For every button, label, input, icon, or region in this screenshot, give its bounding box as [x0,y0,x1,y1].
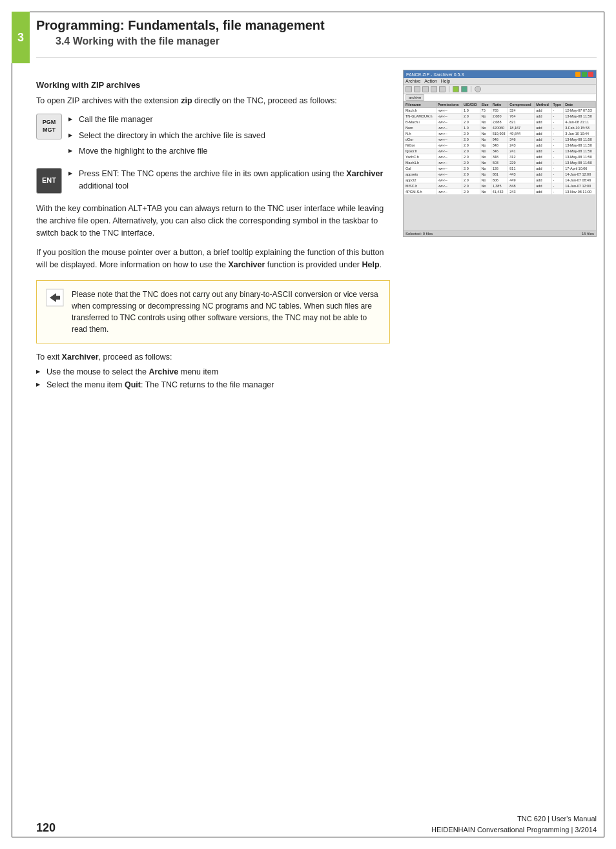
footer-line1: TNC 620 | User's Manual [431,813,597,824]
exit-section: To exit Xarchiver, proceed as follows: U… [36,353,390,391]
ss-table-cell: 14-Jun-07 12:00 [564,183,596,189]
step-3: Move the highlight to the archive file [68,145,390,158]
ss-table-cell: 241 [508,148,535,154]
ss-table-cell: -rw-r-- [436,183,462,189]
ss-statusbar: Selected: 0 files 15 files [404,230,596,236]
ss-table-row: Num-rw-r--1.0No42006018,167add-3-Feb-10 … [404,125,596,131]
ss-file-table: Filename Permissions UID/GID Size Ratio … [404,101,596,195]
ss-table-row: appct2-rw-r--2.0No806449add-14-Jun-07 08… [404,178,596,183]
ss-table-cell: 420060 [491,125,508,131]
ss-col-date: Date [564,102,596,108]
ss-table-cell: No [480,172,491,178]
ss-table-cell: 765 [491,108,508,114]
ss-table-cell: Mach1.h [404,160,436,166]
ss-table-cell: - [551,108,564,114]
ss-table-cell: add [535,137,551,143]
ss-table-cell: 443 [508,172,535,178]
ss-table-cell: 13-May-08 11:50 [564,160,596,166]
ss-menu-help: Help [441,79,450,83]
ss-tb-btn-5 [439,86,446,92]
ss-file-count: 15 files [582,232,594,236]
ss-table-cell: -rw-r-- [436,125,462,131]
ss-col-filename: Filename [404,102,436,108]
ss-table-cell: No [480,143,491,148]
ss-table-cell: 2.0 [462,172,480,178]
ss-table-cell: 346 [508,137,535,143]
page-number: 120 [36,821,56,835]
ss-table-cell: No [480,119,491,125]
ss-table-row: 4PGM-S.h-rw-r--2.0No41,432243add-13-Nov-… [404,189,596,195]
ss-table-cell: add [535,183,551,189]
ss-col-ratio: Ratio [491,102,508,108]
ss-table-cell: 2.0 [462,160,480,166]
ss-table-cell: 41,432 [491,189,508,195]
ss-table-cell: 4-Jun-08 21:11 [564,119,596,125]
right-column: FANCE.ZIP - Xarchiver 0.5.3 Archive Acti… [403,70,597,391]
ss-table-cell: 14-Jun-07 08:46 [564,178,596,183]
ss-table-cell: 503 [491,160,508,166]
ss-table-cell: No [480,183,491,189]
exit-list: Use the mouse to select the Archive menu… [36,365,390,391]
note-box: Please note that the TNC does not carry … [36,280,390,343]
ss-table-cell: fgGor.h [404,148,436,154]
ss-table-cell: N.h [404,131,436,137]
ss-table-cell: add [535,131,551,137]
ss-table-cell: 13-May-08 11:50 [564,143,596,148]
ss-col-method: Method [535,102,551,108]
ss-table-row: TN-GLAMOUR.h-rw-r--2.0No2,680764add-13-M… [404,114,596,119]
ss-table-cell: - [551,137,564,143]
ss-table-cell: No [480,178,491,183]
ss-window-controls [575,72,593,77]
ss-table-cell: No [480,125,491,131]
steps-list-1: Call the file manager Select the directo… [68,114,390,161]
ss-table-cell: 3-Feb-10 15:53 [564,125,596,131]
ss-tb-btn-2 [414,86,420,92]
ss-table-row: Mach1.h-rw-r--2.0No503229add-13-May-08 1… [404,160,596,166]
ss-table-cell: appct2 [404,178,436,183]
ss-tb-btn-1 [406,86,412,92]
ss-menu-archive: Archive [406,79,420,83]
ss-table-cell: 946 [491,137,508,143]
ss-table-cell: 1,385 [491,183,508,189]
ss-table-row: MISC.h-rw-r--2.0No1,385848add-14-Jun-07 … [404,183,596,189]
ss-title: FANCE.ZIP - Xarchiver 0.5.3 [406,72,464,77]
ss-path-bar: archive [404,94,596,101]
ss-table-cell: 229 [508,160,535,166]
ss-table-cell: 126 [491,166,508,172]
ss-table-row: Gal-rw-r--2.0No126811add-17-April 10:06 [404,166,596,172]
ss-table-cell: - [551,160,564,166]
page-header: Programming: Fundamentals, file manageme… [36,18,597,51]
ss-table-cell: 49,644 [508,131,535,137]
ss-table-cell: No [480,160,491,166]
ss-table-cell: 2.0 [462,178,480,183]
ss-table-row: dGor-rw-r--2.0No946346add-13-May-08 11:5… [404,137,596,143]
ss-table-cell: 2.0 [462,119,480,125]
ss-table-cell: 2,688 [491,119,508,125]
ss-table-row: fgGor.h-rw-r--2.0No346241add-13-May-08 1… [404,148,596,154]
ss-content-area: Filename Permissions UID/GID Size Ratio … [404,101,596,230]
chapter-number: 3 [17,31,24,45]
ss-table-cell: 811 [508,166,535,172]
ss-table-cell: No [480,154,491,160]
ss-tb-btn-4 [431,86,437,92]
ss-table-cell: 243 [508,143,535,148]
ss-table-cell: 861 [491,172,508,178]
steps-list-2: Press ENT: The TNC opens the archive fil… [68,168,390,196]
screenshot: FANCE.ZIP - Xarchiver 0.5.3 Archive Acti… [403,70,597,237]
ss-col-size: Size [480,102,491,108]
ss-table-cell: -rw-r-- [436,172,462,178]
ss-table-cell: add [535,148,551,154]
ss-table-cell: -rw-r-- [436,160,462,166]
ss-col-type: Type [551,102,564,108]
ss-table-cell: add [535,125,551,131]
ss-table-cell: 12-May-07 07:53 [564,108,596,114]
exit-step-1: Use the mouse to select the Archive menu… [36,365,390,378]
ss-table-cell: -rw-r-- [436,148,462,154]
step-2: Select the directory in which the archiv… [68,130,390,142]
ss-table-cell: -rw-r-- [436,137,462,143]
ss-table-cell: 18,167 [508,125,535,131]
ss-table-cell: 13-May-08 11:50 [564,137,596,143]
ss-table-cell: add [535,108,551,114]
ss-table-cell: 17-April 10:06 [564,166,596,172]
ss-table-cell: 821 [508,119,535,125]
